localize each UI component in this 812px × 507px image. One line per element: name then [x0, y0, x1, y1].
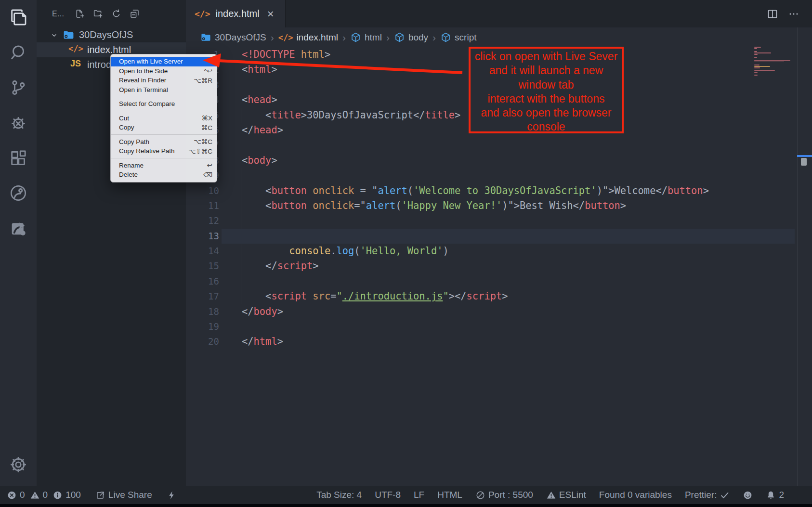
breadcrumb-body[interactable]: body [394, 32, 428, 43]
status-label: Tab Size: 4 [316, 490, 362, 500]
current-line-highlight [222, 229, 795, 244]
tab-index-html[interactable]: </> index.html × [186, 0, 286, 27]
line-number: 18 [186, 304, 219, 319]
menu-item-open-to-the-side[interactable]: Open to the Side^↩ [111, 66, 217, 76]
status-lightning[interactable] [167, 490, 177, 500]
split-editor-icon[interactable] [767, 8, 778, 20]
status-0[interactable]: 0 [7, 490, 25, 500]
annotation-text-line: window tab [471, 78, 622, 92]
more-actions-icon[interactable] [788, 8, 799, 20]
menu-item-open-in-terminal[interactable]: Open in Terminal [111, 85, 217, 95]
code-line-7: 7 [186, 138, 797, 153]
tree-folder-row[interactable]: 30DaysOfJS [37, 27, 186, 42]
line-content: <body> [242, 153, 277, 168]
status-live-share[interactable]: Live Share [95, 490, 152, 500]
activity-live-share-icon[interactable] [9, 183, 28, 203]
html-file-icon: </> [278, 33, 293, 42]
status-0[interactable]: 0 [30, 490, 48, 500]
annotation-text-line: interact with the buttons [471, 92, 622, 106]
activity-debug-icon[interactable] [9, 113, 28, 132]
smiley-icon [743, 490, 753, 500]
settings-gear-icon[interactable] [9, 455, 28, 474]
minimap-line [754, 47, 761, 48]
menu-item-reveal-in-finder[interactable]: Reveal in Finder⌥⌘R [111, 76, 217, 85]
status-label: 0 [20, 490, 25, 500]
collapse-all-icon[interactable] [130, 9, 140, 19]
status-label: Live Share [108, 490, 152, 500]
code-line-20: 20</html> [186, 334, 797, 349]
status-utf-8[interactable]: UTF-8 [375, 490, 401, 500]
menu-item-shortcut: ^↩ [204, 67, 212, 75]
line-content: <button onclick = "alert('Welcome to 30D… [242, 183, 709, 198]
minimap-line [754, 60, 790, 61]
menu-item-label: Copy Relative Path [119, 147, 183, 155]
status-html[interactable]: HTML [437, 490, 462, 500]
annotation-box: click on open with Live Severand it will… [469, 47, 624, 133]
breadcrumb-script[interactable]: script [440, 32, 476, 43]
status-prettier-[interactable]: Prettier: [685, 490, 730, 500]
line-number: 15 [186, 259, 219, 273]
breadcrumb-separator: › [342, 32, 346, 43]
menu-item-select-for-compare[interactable]: Select for Compare [111, 99, 217, 109]
activity-search-icon[interactable] [9, 43, 28, 62]
activity-extensions-icon[interactable] [9, 148, 28, 168]
breadcrumb-index.html[interactable]: </>index.html [278, 32, 338, 43]
folder-name: 30DaysOfJS [79, 29, 133, 40]
cube-icon [350, 32, 361, 43]
minimap-line [754, 75, 758, 76]
new-file-icon[interactable] [75, 9, 85, 19]
menu-item-copy-relative-path[interactable]: Copy Relative Path⌥⇧⌘C [111, 146, 217, 156]
menu-item-rename[interactable]: Rename↩ [111, 161, 217, 170]
status-lf[interactable]: LF [414, 490, 424, 500]
status-2[interactable]: 2 [766, 490, 784, 500]
code-line-9: 9 [186, 168, 797, 183]
status-port-5500[interactable]: Port : 5500 [475, 490, 533, 500]
minimap-line [754, 66, 770, 67]
folder-icon [63, 29, 75, 41]
status-tab-size-4[interactable]: Tab Size: 4 [316, 490, 362, 500]
annotation-text-line: click on open with Live Sever [471, 50, 622, 64]
code-line-18: 18</body> [186, 304, 797, 319]
vscode-window: E... 30DaysOfJS</>index.htmlJSintroducti… [0, 0, 812, 507]
scrollbar-thumb[interactable] [801, 158, 807, 166]
status-smiley[interactable] [743, 490, 753, 500]
menu-item-label: Reveal in Finder [119, 77, 188, 84]
line-content: <head> [242, 92, 277, 107]
activity-bar [0, 0, 37, 486]
menu-item-copy-path[interactable]: Copy Path⌥⌘C [111, 137, 217, 147]
line-number: 17 [186, 289, 219, 304]
status-100[interactable]: 100 [52, 490, 81, 500]
line-content: console.log('Hello, World') [242, 244, 449, 259]
code-line-11: 11 <button onclick="alert('Happy New Yea… [186, 198, 797, 213]
line-number: 14 [186, 244, 219, 259]
minimap-line [754, 48, 757, 49]
breadcrumb-separator: › [432, 32, 436, 43]
minimap-line [754, 62, 784, 63]
editor-actions [767, 0, 812, 27]
breadcrumb-html[interactable]: html [350, 32, 382, 43]
activity-share-session-icon[interactable] [9, 219, 28, 238]
status-eslint[interactable]: ESLint [546, 490, 586, 500]
menu-item-delete[interactable]: Delete⌫ [111, 170, 217, 180]
warning-icon [546, 490, 556, 500]
minimap[interactable] [754, 47, 795, 77]
menu-separator [111, 111, 217, 111]
annotation-text-line: console [471, 120, 622, 134]
menu-item-shortcut: ⌘X [201, 114, 212, 122]
menu-item-open-with-live-server[interactable]: Open with Live Server [111, 57, 217, 66]
refresh-icon[interactable] [111, 9, 121, 19]
check-icon [720, 490, 730, 500]
html-file-icon: </> [68, 44, 83, 56]
menu-item-cut[interactable]: Cut⌘X [111, 114, 217, 123]
menu-item-copy[interactable]: Copy⌘C [111, 123, 217, 132]
breadcrumb-30DaysOfJS[interactable]: 30DaysOfJS [200, 32, 266, 43]
menu-item-shortcut: ⌥⌘R [194, 77, 212, 84]
line-content: <html> [242, 62, 277, 77]
activity-files-icon[interactable] [9, 8, 28, 27]
status-found-0-variables[interactable]: Found 0 variables [599, 490, 672, 500]
tab-close-icon[interactable]: × [267, 8, 274, 20]
new-folder-icon[interactable] [93, 9, 103, 19]
html-file-icon: </> [195, 9, 210, 19]
menu-item-label: Open to the Side [119, 67, 198, 75]
activity-source-control-icon[interactable] [9, 78, 28, 97]
